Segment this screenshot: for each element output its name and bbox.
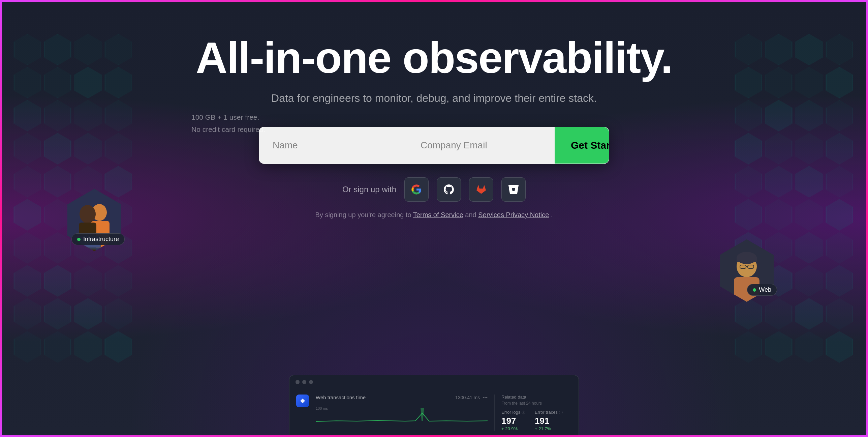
window-dot-1 [296,380,300,384]
error-traces-stat: Error traces ⓘ 191 + 21.7% [535,410,563,431]
left-avatar-badge: Infrastructure [71,233,125,245]
bitbucket-login-button[interactable] [501,177,526,202]
main-content: All-in-one observability. Data for engin… [0,0,868,437]
left-avatar: Infrastructure [67,189,121,251]
related-subtitle: From the last 24 hours [501,401,572,406]
error-logs-stat: Error logs ⓘ 197 + 20.9% [501,410,525,431]
right-avatar-badge: Web [747,284,777,296]
window-dot-2 [302,380,306,384]
signup-form: Get Started Free [259,127,609,164]
get-started-button[interactable]: Get Started Free [555,127,609,164]
error-logs-value: 197 [501,416,525,426]
chart-title: Web transactions time [316,395,366,400]
window-dot-3 [309,380,313,384]
privacy-notice-link[interactable]: Services Privacy Notice [478,211,549,218]
border-glow-top [0,0,868,2]
related-title: Related data [501,395,572,400]
error-logs-label: Error logs [501,410,520,415]
error-logs-change: + 20.9% [501,426,525,431]
error-traces-change: + 21.7% [535,426,563,431]
page-headline: All-in-one observability. [196,34,672,82]
error-traces-label: Error traces [535,410,558,415]
svg-rect-10 [737,257,757,262]
social-label: Or sign up with [342,185,396,194]
right-avatar-label: Web [759,286,771,293]
email-input[interactable] [407,127,555,164]
gitlab-login-button[interactable] [469,177,493,202]
social-login-row: Or sign up with [342,177,526,202]
chart-value: 1300.41 ms [455,395,480,400]
name-input[interactable] [259,127,407,164]
border-glow-bottom [0,435,868,437]
free-offer-line2: No credit card required. [191,123,265,136]
status-dot [77,238,81,241]
dashboard-preview: Web transactions time 1300.41 ms ••• 100… [289,375,579,437]
terms-text: By signing up you're agreeing to Terms o… [315,211,553,219]
dashboard-logo [296,395,309,407]
border-glow-left [0,0,2,437]
left-avatar-label: Infrastructure [83,236,119,243]
google-login-button[interactable] [404,177,429,202]
status-dot [753,288,756,292]
free-offer-line1: 100 GB + 1 user free. [191,111,265,123]
stats-panel: Related data From the last 24 hours Erro… [494,395,572,431]
right-avatar: Web [720,239,774,302]
github-login-button[interactable] [437,177,461,202]
error-traces-value: 191 [535,416,563,426]
chart-y-label: 100 ms [316,406,328,410]
border-glow-right [866,0,868,437]
chart-section: Web transactions time 1300.41 ms ••• 100… [316,395,488,427]
svg-point-3 [80,205,96,223]
page-subtitle: Data for engineers to monitor, debug, an… [271,92,597,105]
terms-of-service-link[interactable]: Terms of Service [413,211,463,218]
